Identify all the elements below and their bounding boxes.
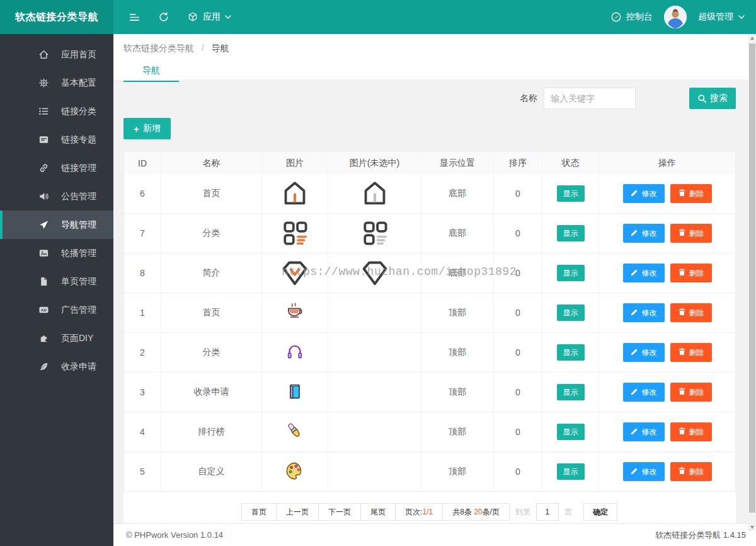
- cell-position: 顶部: [421, 293, 494, 332]
- sidebar-item-基本配置[interactable]: 基本配置: [0, 69, 113, 97]
- grid-selected-icon: [281, 219, 309, 248]
- delete-button[interactable]: 删除: [670, 422, 712, 441]
- cell-sort: 0: [494, 293, 542, 332]
- search-button[interactable]: 搜索: [689, 88, 736, 109]
- console-icon: [610, 11, 622, 23]
- tab-navigation[interactable]: 导航: [123, 60, 179, 82]
- cell-name: 分类: [161, 214, 262, 253]
- footer-copyright: © PHPwork Version 1.0.14: [126, 530, 223, 540]
- search-icon: [697, 94, 707, 103]
- cell-status: 显示: [542, 293, 599, 332]
- sidebar-item-label: 链接专题: [61, 134, 96, 146]
- sidebar-item-label: 广告管理: [61, 305, 96, 316]
- menu-collapse-icon[interactable]: [129, 11, 140, 23]
- search-label: 名称: [520, 93, 537, 104]
- edit-button[interactable]: 修改: [623, 462, 665, 481]
- cell-id: 1: [124, 293, 161, 332]
- pencil-icon: [631, 308, 639, 318]
- pagination-last[interactable]: 尾页: [360, 503, 396, 521]
- search-input[interactable]: [544, 88, 636, 109]
- sidebar-item-label: 收录申请: [61, 361, 96, 373]
- refresh-icon[interactable]: [158, 11, 169, 23]
- delete-button[interactable]: 删除: [670, 184, 712, 203]
- table-row: 2分类顶部0显示修改删除: [124, 332, 735, 372]
- breadcrumb-separator: /: [202, 43, 204, 53]
- cell-sort: 0: [494, 373, 542, 412]
- scrollbar-up-arrow[interactable]: [748, 34, 756, 42]
- cell-status: 显示: [542, 373, 599, 412]
- status-badge[interactable]: 显示: [557, 305, 585, 321]
- edit-button[interactable]: 修改: [623, 224, 665, 243]
- cell-image: [262, 452, 328, 491]
- sidebar-item-轮播管理[interactable]: 轮播管理: [0, 239, 113, 267]
- status-badge[interactable]: 显示: [557, 424, 585, 440]
- list-icon: [38, 106, 49, 117]
- delete-button[interactable]: 删除: [670, 343, 712, 362]
- pencil-icon: [631, 427, 639, 437]
- delete-button[interactable]: 删除: [670, 462, 712, 481]
- send-icon: [38, 219, 49, 231]
- sidebar-item-页面DIY[interactable]: 页面DIY: [0, 324, 113, 352]
- app-menu-label: 应用: [203, 11, 220, 23]
- breadcrumb-root[interactable]: 软杰链接分类导航: [123, 43, 194, 53]
- trash-icon: [678, 189, 686, 199]
- trash-icon: [678, 387, 686, 397]
- edit-button[interactable]: 修改: [623, 303, 665, 322]
- delete-button[interactable]: 删除: [670, 264, 712, 282]
- status-badge[interactable]: 显示: [557, 185, 585, 202]
- cell-id: 6: [124, 174, 161, 213]
- sidebar-item-导航管理[interactable]: 导航管理: [0, 211, 113, 239]
- scrollbar-thumb[interactable]: [749, 44, 755, 513]
- cell-sort: 0: [494, 174, 542, 213]
- sidebar-item-链接管理[interactable]: 链接管理: [0, 154, 113, 182]
- user-menu[interactable]: 超级管理: [698, 11, 745, 23]
- status-badge[interactable]: 显示: [557, 225, 585, 241]
- pagination-total-info: 共8条 20条/页: [442, 503, 510, 521]
- avatar[interactable]: [664, 6, 687, 28]
- cell-image: [262, 293, 328, 332]
- delete-button[interactable]: 删除: [670, 224, 712, 243]
- console-link[interactable]: 控制台: [610, 11, 653, 23]
- headphones-icon: [284, 341, 306, 364]
- delete-button[interactable]: 删除: [670, 303, 712, 322]
- footer: © PHPwork Version 1.0.14 软杰链接分类导航 1.4.15: [113, 523, 756, 546]
- cell-name: 排行榜: [161, 412, 262, 451]
- breadcrumb: 软杰链接分类导航 / 导航: [123, 34, 743, 54]
- sidebar-item-链接分类[interactable]: 链接分类: [0, 97, 113, 125]
- cell-name: 简介: [161, 253, 262, 293]
- jump-confirm-button[interactable]: 确定: [583, 503, 617, 521]
- edit-button[interactable]: 修改: [623, 343, 665, 362]
- pagination-prev[interactable]: 上一页: [276, 503, 319, 521]
- edit-button[interactable]: 修改: [623, 184, 665, 203]
- cell-status: 显示: [542, 174, 599, 213]
- status-badge[interactable]: 显示: [557, 265, 585, 281]
- gear-icon: [38, 78, 49, 89]
- topbar: 软杰链接分类导航 应用 控制台 超级管理: [0, 0, 756, 34]
- app-menu[interactable]: 应用: [187, 11, 231, 23]
- pagination-first[interactable]: 首页: [241, 503, 277, 521]
- edit-button[interactable]: 修改: [623, 264, 665, 282]
- sidebar-item-链接专题[interactable]: 链接专题: [0, 125, 113, 154]
- palette-icon: [284, 460, 306, 484]
- pagination-next[interactable]: 下一页: [318, 503, 361, 521]
- sidebar-item-单页管理[interactable]: 单页管理: [0, 267, 113, 296]
- cell-id: 3: [124, 373, 161, 412]
- jump-page-input[interactable]: [536, 503, 559, 521]
- cell-id: 4: [124, 412, 161, 451]
- sidebar-item-收录申请[interactable]: 收录申请: [0, 352, 113, 381]
- cell-sort: 0: [494, 452, 542, 491]
- scrollbar-down-arrow[interactable]: [748, 523, 756, 531]
- add-button-label: 新增: [143, 123, 161, 134]
- status-badge[interactable]: 显示: [557, 344, 585, 361]
- house-unselected-icon: [361, 179, 389, 209]
- pagination: 首页 上一页 下一页 尾页 页次:1/1 共8条 20条/页 到第 页 确定: [123, 492, 736, 526]
- edit-button[interactable]: 修改: [623, 383, 665, 402]
- add-button[interactable]: + 新增: [123, 118, 171, 139]
- sidebar-item-广告管理[interactable]: AD广告管理: [0, 296, 113, 324]
- sidebar-item-公告管理[interactable]: 公告管理: [0, 182, 113, 211]
- edit-button[interactable]: 修改: [623, 422, 665, 441]
- status-badge[interactable]: 显示: [557, 463, 585, 480]
- status-badge[interactable]: 显示: [557, 384, 585, 400]
- delete-button[interactable]: 删除: [670, 383, 712, 402]
- sidebar-item-应用首页[interactable]: 应用首页: [0, 40, 113, 69]
